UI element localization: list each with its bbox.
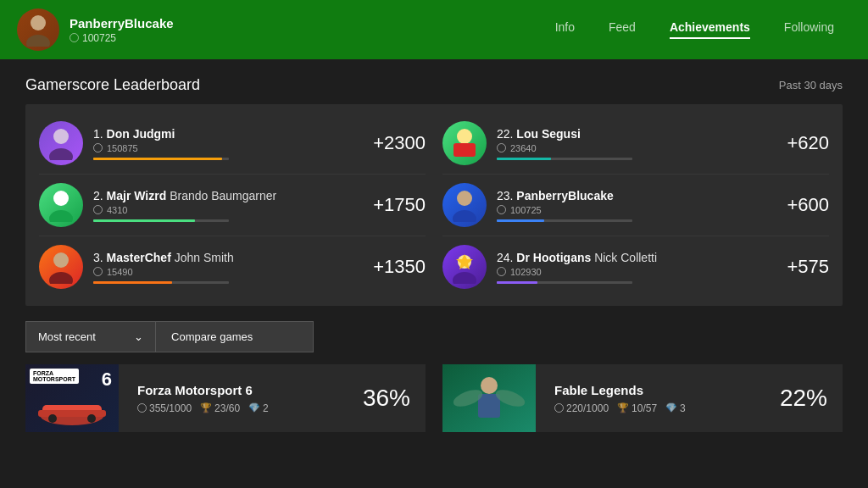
gamerscore-icon <box>70 33 79 42</box>
main-nav: Info Feed Achievements Following <box>555 20 834 39</box>
gamerscore-icon <box>93 143 103 152</box>
list-item: FORZAMOTORSPORT 6 Forza Motorsport 6 <box>25 364 426 432</box>
game-stats: 220/1000 🏆 10/57 💎 3 <box>554 402 770 414</box>
lb-entry-info: 24. Dr Hootigans Nick Colletti 102930 <box>497 251 778 284</box>
game-title: Forza Motorsport 6 <box>137 383 353 397</box>
gamerscore-icon <box>554 403 564 413</box>
lb-rank: 22. <box>497 127 513 141</box>
games-list: FORZAMOTORSPORT 6 Forza Motorsport 6 <box>25 364 843 432</box>
trophy-icon: 🏆 <box>617 402 629 413</box>
lb-bar-bg <box>93 219 229 222</box>
lb-delta: +620 <box>787 132 829 154</box>
svg-rect-9 <box>453 143 476 157</box>
lb-realname: Nick Colletti <box>594 251 657 264</box>
svg-point-11 <box>453 210 476 222</box>
table-row: 22. Lou Segusi 23640 +620 <box>442 113 829 175</box>
game-gamerscore: 220/1000 <box>554 402 609 414</box>
leaderboard-title: Gamerscore Leaderboard <box>25 76 200 94</box>
lb-score: 102930 <box>510 267 542 277</box>
lb-bar-bg <box>93 281 229 284</box>
diamond-icon: 💎 <box>248 402 260 413</box>
lb-bar-bg <box>497 158 632 160</box>
game-thumbnail: FORZAMOTORSPORT 6 <box>25 364 119 432</box>
gamerscore-value: 355/1000 <box>149 402 192 414</box>
lb-score: 100725 <box>510 205 542 215</box>
leaderboard-header: Gamerscore Leaderboard Past 30 days <box>25 76 843 94</box>
svg-point-2 <box>53 129 69 144</box>
lb-delta: +575 <box>787 256 829 278</box>
filter-label: Most recent <box>38 330 96 343</box>
lb-gamertag: Dr Hootigans <box>516 251 591 264</box>
svg-point-8 <box>457 129 472 144</box>
avatar <box>442 121 487 165</box>
gamerscore-icon <box>497 267 506 276</box>
main-content: Gamerscore Leaderboard Past 30 days 1. D… <box>0 59 868 449</box>
avatar <box>442 183 487 227</box>
leaderboard-box: 1. Don Judgmi 150875 +2300 <box>25 104 843 306</box>
lb-entry-info: 22. Lou Segusi 23640 <box>497 127 778 160</box>
nav-feed[interactable]: Feed <box>609 20 636 39</box>
compare-games-button[interactable]: Compare games <box>155 322 313 352</box>
challenges-value: 3 <box>680 402 686 414</box>
filter-dropdown[interactable]: Most recent ⌄ <box>26 322 155 352</box>
lb-entry-info: 3. MasterChef John Smith 15490 <box>93 251 364 284</box>
lb-gamertag: Lou Segusi <box>516 127 580 141</box>
achievements-value: 10/57 <box>632 402 657 414</box>
username: PanberryBlucake <box>70 16 555 30</box>
leaderboard-right: 22. Lou Segusi 23640 +620 <box>442 113 829 297</box>
table-row: 3. MasterChef John Smith 15490 +1350 <box>39 236 426 297</box>
gamerscore-value: 220/1000 <box>566 402 609 414</box>
lb-delta: +2300 <box>373 132 426 154</box>
lb-bar <box>93 158 222 160</box>
lb-delta: +600 <box>787 194 829 216</box>
avatar <box>39 183 83 227</box>
lb-bar-bg <box>93 158 229 160</box>
table-row: 2. Majr Wizrd Brando Baumgarner 4310 +17… <box>39 175 426 236</box>
lb-entry-info: 1. Don Judgmi 150875 <box>93 127 364 160</box>
lb-realname: John Smith <box>175 251 234 264</box>
table-row: 23. PanberryBlucake 100725 +600 <box>442 175 829 236</box>
table-row: 1. Don Judgmi 150875 +2300 <box>39 113 426 175</box>
lb-rank: 23. <box>497 189 513 202</box>
svg-rect-22 <box>478 394 500 418</box>
lb-bar <box>497 158 551 160</box>
trophy-icon: 🏆 <box>200 402 212 413</box>
svg-point-19 <box>87 414 96 423</box>
lb-entry-info: 23. PanberryBlucake 100725 <box>497 189 778 222</box>
gamerscore-icon <box>497 143 506 152</box>
game-thumbnail <box>442 364 536 432</box>
lb-delta: +1750 <box>373 194 426 216</box>
lb-realname: Brando Baumgarner <box>170 189 276 202</box>
lb-score: 4310 <box>107 205 127 215</box>
nav-achievements[interactable]: Achievements <box>670 20 750 39</box>
game-details: Forza Motorsport 6 355/1000 🏆 23/60 💎 <box>127 378 363 419</box>
nav-info[interactable]: Info <box>555 20 575 39</box>
gamerscore-display: 100725 <box>70 32 555 44</box>
nav-following[interactable]: Following <box>784 20 834 39</box>
svg-point-7 <box>49 272 73 284</box>
lb-score: 15490 <box>107 267 133 277</box>
lb-bar-bg <box>497 281 632 284</box>
avatar <box>39 245 83 289</box>
svg-point-0 <box>31 15 46 30</box>
achievements-value: 23/60 <box>214 402 240 414</box>
forza-logo-icon: FORZAMOTORSPORT <box>30 369 79 384</box>
svg-point-6 <box>53 252 69 268</box>
lb-entry-info: 2. Majr Wizrd Brando Baumgarner 4310 <box>93 189 364 222</box>
game-details: Fable Legends 220/1000 🏆 10/57 💎 3 <box>544 378 780 419</box>
lb-rank: 3. <box>93 251 103 264</box>
lb-bar <box>93 281 172 284</box>
user-info: PanberryBlucake 100725 <box>70 16 555 44</box>
lb-score: 23640 <box>510 143 537 153</box>
svg-point-14 <box>453 272 476 284</box>
gamerscore-icon <box>137 403 147 413</box>
lb-rank: 1. <box>93 127 103 141</box>
lb-delta: +1350 <box>373 256 426 278</box>
lb-bar-bg <box>497 219 632 222</box>
lb-rank: 2. <box>93 189 103 202</box>
svg-point-1 <box>26 35 50 47</box>
svg-point-18 <box>48 414 57 423</box>
gamerscore-value: 100725 <box>82 32 116 44</box>
leaderboard-left: 1. Don Judgmi 150875 +2300 <box>39 113 426 297</box>
svg-point-5 <box>49 210 73 222</box>
